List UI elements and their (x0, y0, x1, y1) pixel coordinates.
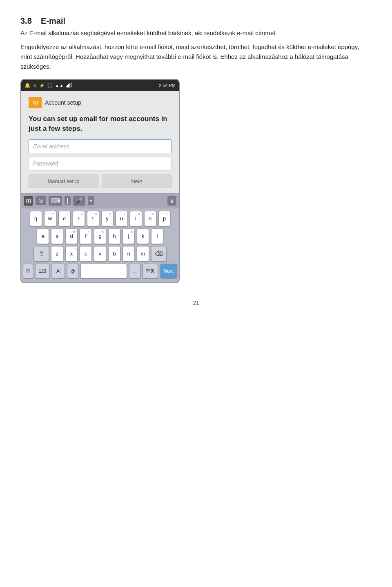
key-g[interactable]: %g (94, 229, 106, 244)
key-v[interactable]: v (94, 246, 106, 262)
key-p[interactable]: 0p (158, 211, 171, 226)
bluetooth-icon: ⚡ (39, 83, 45, 88)
key-q[interactable]: 1q (30, 211, 42, 226)
keyboard: 1q 2w 3e 4r 5t 6y 7u 8i 9o 0p a !s @d #f… (21, 208, 179, 282)
key-m[interactable]: m (137, 246, 149, 262)
paragraph-2: Engedélyezze az alkalmazást, hozzon létr… (20, 42, 372, 72)
smiley-kb-icon[interactable]: ☺ (36, 196, 46, 205)
keyboard-toolbar: ⊞ ☺ ⌨ | 🎤 • ∨ (21, 193, 179, 208)
key-x[interactable]: )x (65, 246, 78, 262)
key-r[interactable]: 4r (73, 211, 85, 226)
keyboard-icon[interactable]: ⌨ (49, 196, 62, 206)
key-e[interactable]: 3e (58, 211, 71, 226)
key-o[interactable]: 9o (144, 211, 156, 226)
next-button[interactable]: Next (102, 175, 172, 188)
buttons-row: Manual setup Next (29, 175, 172, 188)
phone-mockup: 🔔 ☺ ⚡ 🎧 ▲▲ 2:54 PM (20, 79, 180, 283)
key-b[interactable]: b (108, 246, 120, 262)
key-w[interactable]: 2w (44, 211, 56, 226)
setup-text: You can set up email for most accounts i… (29, 114, 172, 134)
keyboard-row-1: 1q 2w 3e 4r 5t 6y 7u 8i 9o 0p (23, 211, 177, 226)
chevron-down-icon[interactable]: ∨ (167, 196, 176, 206)
key-i[interactable]: 8i (130, 211, 142, 226)
ai-key[interactable]: A| (52, 264, 65, 278)
signal-bars (66, 83, 71, 88)
paragraph-1: Az E-mail alkalmazás segítségével e-mail… (20, 28, 372, 38)
key-s[interactable]: !s (51, 229, 63, 244)
key-l[interactable]: l (151, 229, 163, 244)
page-content: 3.8 E-mail Az E-mail alkalmazás segítség… (20, 16, 372, 283)
key-h[interactable]: 'h (108, 229, 120, 244)
status-icons-left: 🔔 ☺ ⚡ 🎧 ▲▲ (24, 83, 71, 88)
cursor-icon[interactable]: | (65, 196, 70, 205)
key-d[interactable]: @d (65, 229, 78, 244)
shift-key[interactable]: ⇧ (33, 246, 49, 262)
keyboard-bottom-row: 符 123 A| @ . 中英 Next (23, 264, 177, 278)
grid-icon[interactable]: ⊞ (24, 196, 33, 206)
key-t[interactable]: 5t (87, 211, 99, 226)
symbols-key[interactable]: 符 (23, 264, 33, 278)
manual-setup-button[interactable]: Manual setup (29, 175, 98, 188)
num-key[interactable]: 123 (35, 264, 50, 278)
key-j[interactable]: &j (122, 229, 135, 244)
key-z[interactable]: ~z (51, 246, 63, 262)
at-key[interactable]: @ (67, 264, 78, 278)
wifi-icon: ▲▲ (55, 83, 64, 88)
notification-icon: 🔔 (24, 83, 31, 88)
keyboard-row-2: a !s @d #f %g 'h &j k l (23, 229, 177, 244)
headphone-icon: 🎧 (47, 83, 53, 88)
smiley-icon: ☺ (33, 83, 37, 88)
zh-en-key[interactable]: 中英 (143, 264, 158, 278)
dot-icon[interactable]: • (88, 196, 94, 205)
space-key[interactable] (80, 264, 127, 278)
password-field[interactable]: Password (29, 157, 172, 170)
key-n[interactable]: ;n (122, 246, 135, 262)
key-c[interactable]: c (80, 246, 92, 262)
key-u[interactable]: 7u (116, 211, 128, 226)
email-field[interactable]: Email address (29, 139, 172, 153)
mic-icon[interactable]: 🎤 (73, 196, 85, 206)
app-area: ✉ Account setup You can set up email for… (21, 91, 179, 193)
key-y[interactable]: 6y (101, 211, 114, 226)
page-number: 21 (20, 300, 372, 306)
account-header: ✉ Account setup (29, 97, 172, 108)
section-heading: 3.8 E-mail (20, 16, 372, 26)
key-a[interactable]: a (37, 229, 49, 244)
status-time: 2:54 PM (159, 83, 176, 88)
status-bar: 🔔 ☺ ⚡ 🎧 ▲▲ 2:54 PM (21, 80, 179, 91)
backspace-key[interactable]: ⌫ (151, 246, 167, 262)
key-f[interactable]: #f (80, 229, 92, 244)
dot-key[interactable]: . (129, 264, 140, 278)
keyboard-next-button[interactable]: Next (160, 264, 177, 278)
account-title: Account setup (45, 99, 81, 106)
keyboard-row-3: ⇧ ~z )x c v b ;n m ⌫ (23, 246, 177, 262)
key-k[interactable]: k (137, 229, 149, 244)
envelope-icon: ✉ (29, 97, 42, 108)
